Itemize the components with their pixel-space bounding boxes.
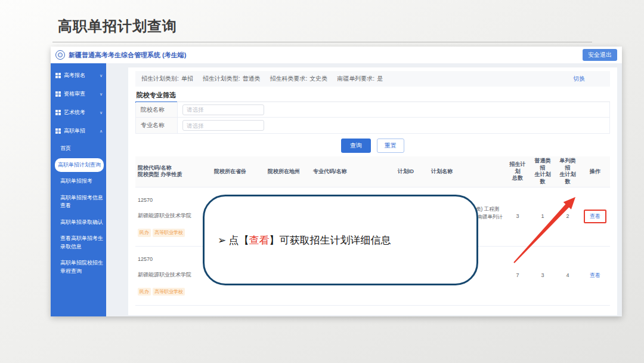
sidebar-item-label: 艺术统考	[64, 109, 85, 116]
col-action: 操作	[580, 156, 610, 187]
highlight-red-box: 查看	[584, 210, 606, 223]
sidebar-subitem-baokao-info[interactable]: 高职单招报考信息查看	[51, 190, 106, 214]
col-school: 院校代码/名称 院校类型 办学性质	[135, 156, 212, 187]
sidebar-subitem-zhangcheng[interactable]: 高职单招院校招生章程查询	[51, 255, 106, 279]
school-cell: 12570 新疆能源职业技术学院 民办高等职业学校	[135, 246, 212, 305]
annotation-callout-bubble: ➢ 点【查看】可获取招生计划详细信息	[203, 195, 478, 285]
reset-button[interactable]: 重置	[377, 139, 404, 153]
menu-grid-icon	[55, 110, 61, 115]
sidebar-item-label: 高考报名	[64, 72, 85, 79]
menu-grid-icon	[55, 128, 61, 134]
col-city: 院校所在地州	[265, 156, 311, 187]
major-name-label: 专业名称	[136, 118, 178, 133]
school-name-input[interactable]	[182, 104, 264, 115]
sidebar-item-gaozhi-danzhao[interactable]: 高职单招 ∧	[51, 122, 106, 140]
sidebar-item-gaokao-baoming[interactable]: 高考报名 ∨	[51, 66, 106, 85]
view-link[interactable]: 查看	[590, 213, 600, 219]
school-name-label: 院校名称	[136, 102, 178, 117]
plan-name-cell	[429, 305, 505, 315]
logout-button[interactable]: 安全退出	[583, 49, 617, 61]
app-logo-icon	[55, 50, 65, 60]
table-row: 12570 新疆能源职业技术学院 民办高等职业学校 2 1	[135, 305, 610, 315]
action-cell: 查看	[580, 305, 610, 315]
chevron-down-icon: ∨	[100, 92, 103, 97]
form-row-major: 专业名称	[136, 118, 609, 133]
school-cell: 12570 新疆能源职业技术学院 民办高等职业学校	[135, 187, 212, 246]
chevron-up-icon: ∧	[100, 129, 103, 134]
ownership-tag: 民办	[138, 229, 151, 237]
sidebar-item-yishu-tongkao[interactable]: 艺术统考 ∨	[51, 103, 106, 122]
sidebar-subitem-baokao[interactable]: 高职单招报考	[51, 173, 106, 190]
action-cell: 查看	[580, 246, 610, 305]
slide-background: 高职单招计划查询 新疆普通高考考生综合管理系统 (考生端) 安全退出 高考报名 …	[0, 0, 644, 363]
filter-form: 院校名称 专业名称	[135, 102, 610, 134]
major-cell	[311, 305, 395, 315]
sidebar-subitem-plan-query-active[interactable]: 高职单招计划查询	[55, 158, 104, 173]
sidebar-item-zige-shencha[interactable]: 资格审查 ∨	[51, 85, 106, 103]
action-cell: 查看	[580, 187, 610, 246]
sidebar-subitem-luqu-info[interactable]: 查看高职单招考生录取信息	[51, 230, 106, 255]
chevron-down-icon: ∨	[100, 73, 103, 78]
major-name-input[interactable]	[182, 120, 264, 131]
tab-bar: 院校专业筛选	[135, 89, 610, 102]
page-title: 高职单招计划查询	[58, 17, 177, 36]
school-cell: 12570 新疆能源职业技术学院 民办高等职业学校	[135, 305, 212, 315]
school-tags: 民办高等职业学校	[138, 227, 209, 237]
school-type-tag: 高等职业学校	[153, 229, 185, 237]
query-button[interactable]: 查询	[341, 139, 371, 153]
col-plan-id: 计划ID	[395, 156, 429, 187]
sidebar: 高考报名 ∨ 资格审查 ∨ 艺术统考 ∨ 高职单招 ∧	[51, 63, 106, 316]
col-major: 专业代码/名称	[311, 156, 395, 187]
total-cell: 2	[505, 305, 530, 315]
sidebar-subitem-luqu-queren[interactable]: 高职单招录取确认	[51, 214, 106, 231]
menu-grid-icon	[55, 73, 61, 78]
city-cell	[265, 305, 311, 315]
school-tags: 民办高等职业学校	[138, 287, 209, 296]
col-province: 院校所在省份	[212, 156, 265, 187]
filter-plan-category: 招生计划类别:单招	[141, 75, 193, 83]
button-row: 查询 重置	[135, 139, 610, 153]
annotation-red-arrow	[507, 191, 581, 272]
switch-link[interactable]: 切换	[573, 75, 585, 83]
col-general: 普通类招 生计划数	[530, 156, 555, 187]
ownership-tag: 民办	[138, 288, 151, 296]
chevron-down-icon: ∨	[100, 110, 103, 115]
app-header: 新疆普通高考考生综合管理系统 (考生端) 安全退出	[51, 47, 622, 63]
general-cell: 1	[530, 305, 555, 315]
annotation-callout-text: ➢ 点【查看】可获取招生计划详细信息	[218, 233, 391, 247]
filter-subject-req: 招生科类要求:文史类	[270, 75, 328, 83]
view-link[interactable]: 查看	[590, 272, 600, 278]
plan-id-cell	[395, 305, 429, 315]
callout-highlight-word: 查看	[249, 235, 270, 246]
filter-plan-type: 招生计划类型:普通类	[203, 75, 261, 83]
sidebar-subitem-home[interactable]: 首页	[51, 140, 106, 157]
filter-summary-bar: 招生计划类别:单招 招生计划类型:普通类 招生科类要求:文史类 南疆单列要求:是…	[135, 71, 610, 87]
form-row-school: 院校名称	[136, 102, 609, 118]
single-cell: 1	[555, 305, 580, 315]
menu-grid-icon	[55, 91, 61, 97]
col-plan-name: 计划名称	[429, 156, 505, 187]
school-type-tag: 高等职业学校	[153, 288, 185, 296]
table-header-row: 院校代码/名称 院校类型 办学性质 院校所在省份 院校所在地州 专业代码/名称 …	[135, 156, 610, 187]
province-cell	[212, 305, 265, 315]
col-single: 单列类招 生计划数	[555, 156, 580, 187]
app-header-title: 新疆普通高考考生综合管理系统 (考生端)	[69, 51, 186, 60]
filter-nanjiang-req: 南疆单列要求:是	[337, 75, 383, 83]
title-divider	[52, 42, 592, 42]
col-total: 招生计划 总数	[505, 156, 530, 187]
tab-school-major-filter[interactable]: 院校专业筛选	[135, 89, 177, 103]
sidebar-item-label: 资格审查	[64, 90, 85, 98]
sidebar-item-label: 高职单招	[64, 127, 85, 135]
